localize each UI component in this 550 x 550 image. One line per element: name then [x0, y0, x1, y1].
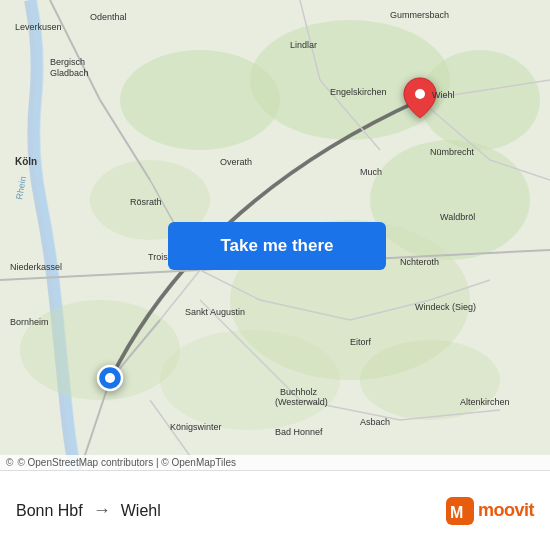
svg-text:Buchholz: Buchholz	[280, 387, 318, 397]
svg-text:Asbach: Asbach	[360, 417, 390, 427]
svg-text:Overath: Overath	[220, 157, 252, 167]
svg-text:Leverkusen: Leverkusen	[15, 22, 62, 32]
svg-point-8	[160, 330, 340, 430]
moovit-text: moovit	[478, 500, 534, 521]
svg-text:Much: Much	[360, 167, 382, 177]
svg-point-6	[420, 50, 540, 150]
route-arrow: →	[93, 500, 111, 521]
attribution-text: © OpenStreetMap contributors | © OpenMap…	[17, 457, 236, 468]
svg-point-61	[415, 89, 425, 99]
svg-text:(Westerwald): (Westerwald)	[275, 397, 328, 407]
svg-text:Windeck (Sieg): Windeck (Sieg)	[415, 302, 476, 312]
map-attribution: © © OpenStreetMap contributors | © OpenM…	[0, 455, 550, 470]
map-container: Leverkusen Odenthal Gummersbach Bergisch…	[0, 0, 550, 470]
svg-text:Gummersbach: Gummersbach	[390, 10, 449, 20]
svg-text:Odenthal: Odenthal	[90, 12, 127, 22]
svg-text:Königswinter: Königswinter	[170, 422, 222, 432]
route-to: Wiehl	[121, 502, 161, 520]
svg-text:Gladbach: Gladbach	[50, 68, 89, 78]
moovit-icon: M	[446, 497, 474, 525]
copyright-icon: ©	[6, 457, 13, 468]
svg-text:Nümbrecht: Nümbrecht	[430, 147, 475, 157]
svg-text:Köln: Köln	[15, 156, 37, 167]
svg-text:Sankt Augustin: Sankt Augustin	[185, 307, 245, 317]
svg-text:Nchteroth: Nchteroth	[400, 257, 439, 267]
take-me-there-button[interactable]: Take me there	[168, 222, 386, 270]
moovit-logo: M moovit	[446, 497, 534, 525]
route-from: Bonn Hbf	[16, 502, 83, 520]
svg-text:Bergisch: Bergisch	[50, 57, 85, 67]
svg-text:Waldbröl: Waldbröl	[440, 212, 475, 222]
svg-text:Altenkirchen: Altenkirchen	[460, 397, 510, 407]
svg-text:Bornheim: Bornheim	[10, 317, 49, 327]
svg-text:Bad Honnef: Bad Honnef	[275, 427, 323, 437]
svg-text:Wiehl: Wiehl	[432, 90, 455, 100]
svg-text:Niederkassel: Niederkassel	[10, 262, 62, 272]
svg-text:Eitorf: Eitorf	[350, 337, 372, 347]
svg-text:Engelskirchen: Engelskirchen	[330, 87, 387, 97]
svg-text:M: M	[450, 504, 463, 521]
bottom-bar: Bonn Hbf → Wiehl M moovit	[0, 470, 550, 550]
svg-point-9	[360, 340, 500, 420]
svg-text:Rösrath: Rösrath	[130, 197, 162, 207]
svg-text:Lindlar: Lindlar	[290, 40, 317, 50]
svg-point-60	[105, 373, 115, 383]
